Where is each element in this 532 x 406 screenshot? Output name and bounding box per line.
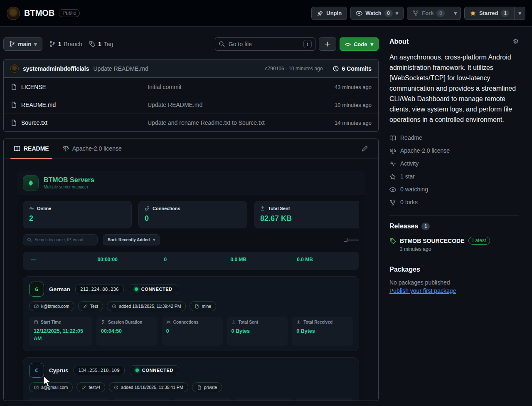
stat-cell: Start Time12/12/2025, 11:21:52 AM — [29, 398, 109, 401]
branches-link[interactable]: 1 Branch — [49, 41, 82, 47]
file-link[interactable]: Source.txt — [21, 119, 47, 126]
stat-cell: Session Duration00:05:02 — [113, 398, 170, 401]
note-tag: mine — [190, 301, 216, 311]
file-commit-message[interactable]: Update README.md — [148, 102, 309, 108]
releases-heading[interactable]: Releases — [389, 223, 418, 230]
repo-actions: Unpin Watch 0 ▾ Fork 0 ▾ Starred 1 — [311, 7, 525, 20]
tag-icon — [89, 41, 96, 47]
sidebar-item-stars[interactable]: 1 star — [389, 170, 519, 183]
tags-link[interactable]: 1 Tag — [89, 41, 113, 47]
added-time-tag: added 10/18/2025, 11:39:42 PM — [107, 301, 186, 311]
note-tag: private — [192, 382, 222, 392]
sidebar-item-forks[interactable]: 0 forks — [389, 196, 519, 209]
table-row[interactable]: Source.txt Update and rename Readme.txt … — [4, 114, 378, 131]
add-file-button[interactable] — [319, 37, 336, 51]
release-name[interactable]: BTMOB SOURCECODE — [400, 238, 465, 244]
edit-readme-button[interactable] — [362, 145, 375, 152]
file-icon — [10, 119, 17, 126]
file-link[interactable]: LICENSE — [21, 84, 46, 90]
status-badge: CONNECTED — [129, 284, 178, 294]
server-card-cyprus: C Cyprus 134.255.210.109 CONNECTED a@gma… — [23, 357, 359, 401]
fork-dropdown-button[interactable]: ▾ — [450, 7, 461, 20]
chevron-down-icon: ▾ — [454, 10, 457, 16]
server-search — [23, 234, 98, 245]
server-avatar: G — [29, 282, 44, 297]
latest-badge: Latest — [468, 237, 490, 245]
server-search-input[interactable] — [34, 238, 94, 242]
pin-icon — [317, 10, 323, 17]
publish-package-link[interactable]: Publish your first package — [389, 287, 456, 294]
readme-tab-bar: README Apache-2.0 license — [4, 139, 378, 158]
name-tag: Test — [78, 301, 103, 311]
sidebar-item-activity[interactable]: Activity — [389, 157, 519, 170]
status-dot — [135, 369, 139, 372]
tab-license[interactable]: Apache-2.0 license — [56, 139, 128, 158]
chevron-down-icon: ▾ — [518, 10, 521, 16]
packages-heading: Packages — [389, 266, 420, 273]
about-heading: About — [389, 38, 409, 45]
divider — [389, 259, 519, 259]
file-commit-message[interactable]: Update and rename Readme.txt to Source.t… — [148, 119, 309, 126]
server-ip-badge: 212.224.88.236 — [75, 285, 124, 294]
server-card-clipped: — 00:00:00 0 0.0 MB 0.0 MB — [23, 252, 359, 270]
fork-button-group: Fork 0 ▾ — [407, 7, 461, 20]
chevron-down-icon: ▾ — [34, 41, 37, 47]
law-icon — [62, 145, 69, 152]
email-tag: a@gmail.com — [29, 382, 73, 392]
watch-button[interactable]: Watch 0 ▾ — [350, 7, 404, 20]
fork-count: 0 — [436, 10, 445, 17]
code-button[interactable]: <> Code ▾ — [340, 37, 379, 51]
sidebar-item-readme[interactable]: Readme — [389, 131, 519, 144]
commit-author-avatar[interactable] — [10, 64, 19, 73]
branch-selector[interactable]: main ▾ — [3, 37, 42, 51]
go-to-file-input[interactable] — [229, 41, 300, 47]
table-row[interactable]: LICENSE Initial commit 43 minutes ago — [4, 78, 378, 96]
code-icon: <> — [345, 41, 350, 47]
repo-owner-avatar[interactable] — [7, 7, 20, 20]
star-dropdown-button[interactable]: ▾ — [515, 7, 525, 20]
releases-count-badge: 1 — [421, 223, 430, 230]
upload-icon — [260, 206, 265, 211]
unpin-button[interactable]: Unpin — [311, 7, 347, 20]
fork-button[interactable]: Fork 0 — [407, 7, 450, 20]
file-commit-time: 43 minutes ago — [309, 84, 372, 90]
tab-readme[interactable]: README — [7, 139, 56, 158]
file-commit-time: 14 minutes ago — [309, 120, 372, 126]
link-icon — [145, 206, 150, 211]
starred-button[interactable]: Starred 1 — [464, 7, 515, 20]
stat-cell: Total Received97.45 KB — [296, 398, 353, 401]
commit-sha-time[interactable]: c790106 · 10 minutes ago — [265, 66, 323, 72]
sidebar-item-license[interactable]: Apache-2.0 license — [389, 144, 519, 157]
commit-history-link[interactable]: 6 Commits — [332, 65, 372, 72]
stat-cell: Connections0 — [162, 317, 223, 346]
pen-icon — [83, 304, 88, 309]
repo-meta-list: Readme Apache-2.0 license Activity 1 sta… — [389, 131, 519, 209]
repo-sidebar: About ⚙ An asynchronous, cross-platform … — [389, 37, 519, 401]
sort-dropdown[interactable]: Sort: Recently Added ▾ — [103, 234, 160, 245]
fork-icon — [412, 10, 419, 17]
dashboard-subtitle: Multiple server manager — [44, 185, 94, 189]
star-button-group: Starred 1 ▾ — [464, 7, 525, 20]
layout-handle-icon — [344, 238, 359, 242]
release-item[interactable]: BTMOB SOURCECODE Latest — [389, 237, 519, 245]
server-avatar: C — [29, 363, 44, 378]
table-row[interactable]: README.md Update README.md 10 minutes ag… — [4, 96, 378, 114]
sidebar-item-watching[interactable]: 0 watching — [389, 183, 519, 196]
stat-cell: Total Sent8.85 KB — [235, 398, 292, 401]
repo-header: BTMOB Public Unpin Watch 0 ▾ Fork 0 ▾ — [0, 0, 532, 27]
repo-title[interactable]: BTMOB — [24, 8, 54, 18]
history-icon — [332, 65, 339, 72]
commit-message[interactable]: Update README.md — [94, 65, 148, 72]
stat-card-connections: Connections 0 — [138, 201, 247, 228]
watch-count: 0 — [384, 10, 393, 17]
dashboard-toolbar: Sort: Recently Added ▾ — [23, 234, 359, 245]
branch-icon — [49, 41, 56, 47]
gear-icon[interactable]: ⚙ — [513, 37, 519, 45]
readme-panel: README Apache-2.0 license — [3, 139, 379, 401]
file-commit-message[interactable]: Initial commit — [148, 84, 309, 90]
chevron-down-icon: ▾ — [370, 41, 373, 47]
commit-author[interactable]: systemadminbdofficials — [23, 65, 89, 72]
pulse-icon — [29, 206, 34, 211]
file-link[interactable]: README.md — [21, 102, 56, 108]
visibility-badge: Public — [59, 9, 80, 17]
